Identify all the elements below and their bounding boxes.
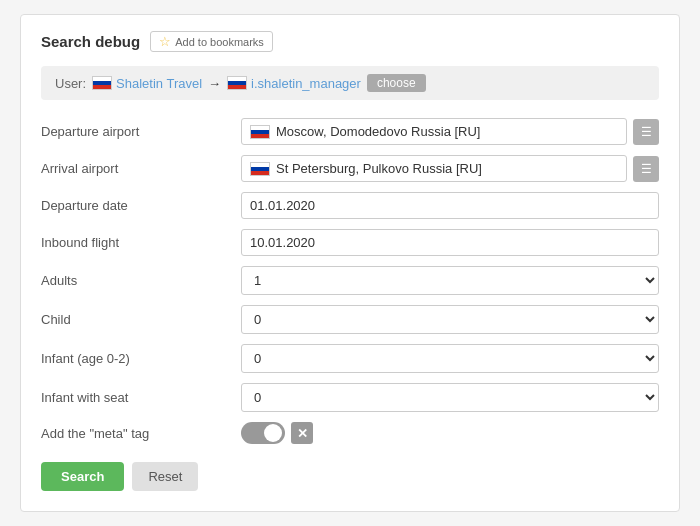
child-label: Child [41,312,241,327]
arrival-flag-icon [250,162,270,176]
adults-label: Adults [41,273,241,288]
inbound-flight-row: Inbound flight [41,229,659,256]
infant-control: 0 1 2 3 [241,344,659,373]
child-row: Child 0 1 2 3 4 [41,305,659,334]
infant-seat-select[interactable]: 0 1 2 3 [241,383,659,412]
departure-airport-input[interactable]: Moscow, Domodedovo Russia [RU] [241,118,627,145]
inbound-flight-input[interactable] [241,229,659,256]
meta-tag-row: Add the "meta" tag ✕ [41,422,659,444]
meta-tag-control: ✕ [241,422,659,444]
main-container: Search debug ☆ Add to bookmarks User: Sh… [20,14,680,512]
user-label: User: [55,76,86,91]
departure-airport-clear-button[interactable]: ☰ [633,119,659,145]
arrival-airport-text: St Petersburg, Pulkovo Russia [RU] [276,161,482,176]
infant-seat-row: Infant with seat 0 1 2 3 [41,383,659,412]
departure-date-row: Departure date [41,192,659,219]
reset-button[interactable]: Reset [132,462,198,491]
departure-date-control [241,192,659,219]
manager-flag-icon [227,76,247,90]
meta-tag-clear-button[interactable]: ✕ [291,422,313,444]
departure-airport-control: Moscow, Domodedovo Russia [RU] ☰ [241,118,659,145]
departure-flag-icon [250,125,270,139]
arrival-airport-control: St Petersburg, Pulkovo Russia [RU] ☰ [241,155,659,182]
departure-date-label: Departure date [41,198,241,213]
arrival-airport-clear-button[interactable]: ☰ [633,156,659,182]
departure-airport-text: Moscow, Domodedovo Russia [RU] [276,124,480,139]
infant-seat-control: 0 1 2 3 [241,383,659,412]
arrival-airport-row: Arrival airport St Petersburg, Pulkovo R… [41,155,659,182]
departure-date-input[interactable] [241,192,659,219]
close-icon: ✕ [297,426,308,441]
meta-tag-wrap: ✕ [241,422,313,444]
child-control: 0 1 2 3 4 [241,305,659,334]
meta-tag-label: Add the "meta" tag [41,426,241,441]
manager-link[interactable]: i.shaletin_manager [227,76,361,91]
bookmark-button[interactable]: ☆ Add to bookmarks [150,31,273,52]
company-flag-icon [92,76,112,90]
departure-airport-label: Departure airport [41,124,241,139]
inbound-flight-label: Inbound flight [41,235,241,250]
infant-row: Infant (age 0-2) 0 1 2 3 [41,344,659,373]
adults-select[interactable]: 1 2 3 4 5 6 [241,266,659,295]
departure-airport-row: Departure airport Moscow, Domodedovo Rus… [41,118,659,145]
search-button[interactable]: Search [41,462,124,491]
star-icon: ☆ [159,34,171,49]
grid-icon: ☰ [641,162,652,176]
bookmark-small-icon: ☰ [641,125,652,139]
choose-button[interactable]: choose [367,74,426,92]
footer-buttons: Search Reset [41,462,659,491]
page-title: Search debug [41,33,140,50]
infant-label: Infant (age 0-2) [41,351,241,366]
infant-select[interactable]: 0 1 2 3 [241,344,659,373]
user-bar: User: Shaletin Travel → i.shaletin_manag… [41,66,659,100]
company-link[interactable]: Shaletin Travel [92,76,202,91]
adults-row: Adults 1 2 3 4 5 6 [41,266,659,295]
inbound-flight-control [241,229,659,256]
arrow-icon: → [208,76,221,91]
infant-seat-label: Infant with seat [41,390,241,405]
arrival-airport-label: Arrival airport [41,161,241,176]
page-header: Search debug ☆ Add to bookmarks [41,31,659,52]
arrival-airport-input[interactable]: St Petersburg, Pulkovo Russia [RU] [241,155,627,182]
meta-tag-toggle[interactable] [241,422,285,444]
adults-control: 1 2 3 4 5 6 [241,266,659,295]
toggle-knob [264,424,282,442]
child-select[interactable]: 0 1 2 3 4 [241,305,659,334]
